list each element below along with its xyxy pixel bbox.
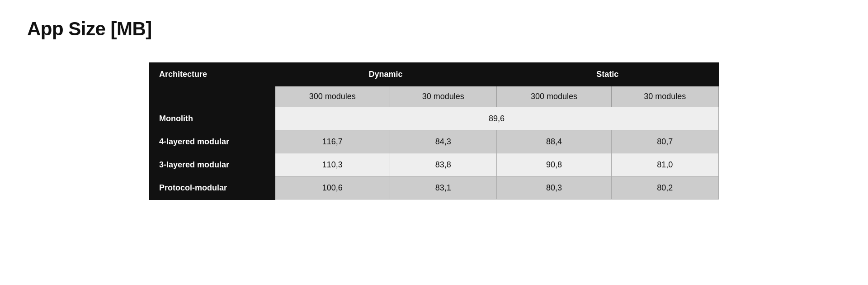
sub-dynamic-300: 300 modules bbox=[275, 86, 390, 107]
row-label-4layered: 4-layered modular bbox=[150, 130, 275, 153]
row-4layered-v2: 84,3 bbox=[390, 130, 496, 153]
row-4layered-v3: 88,4 bbox=[496, 130, 611, 153]
col-static-header: Static bbox=[496, 63, 718, 86]
row-4layered-v4: 80,7 bbox=[612, 130, 719, 153]
row-protocol-v1: 100,6 bbox=[275, 176, 390, 200]
row-label-protocol: Protocol-modular bbox=[150, 176, 275, 200]
page-title: App Size [MB] bbox=[27, 18, 841, 40]
table-row: 3-layered modular 110,3 83,8 90,8 81,0 bbox=[150, 153, 718, 176]
table-row: 4-layered modular 116,7 84,3 88,4 80,7 bbox=[150, 130, 718, 153]
table-container: Architecture Dynamic Static 300 modules … bbox=[149, 62, 719, 200]
row-protocol-v2: 83,1 bbox=[390, 176, 496, 200]
row-label-3layered: 3-layered modular bbox=[150, 153, 275, 176]
app-size-table: Architecture Dynamic Static 300 modules … bbox=[149, 62, 719, 200]
sub-static-300: 300 modules bbox=[496, 86, 611, 107]
table-row: Protocol-modular 100,6 83,1 80,3 80,2 bbox=[150, 176, 718, 200]
table-row: Monolith 89,6 bbox=[150, 107, 718, 130]
row-protocol-v3: 80,3 bbox=[496, 176, 611, 200]
row-4layered-v1: 116,7 bbox=[275, 130, 390, 153]
row-3layered-v1: 110,3 bbox=[275, 153, 390, 176]
row-label-monolith: Monolith bbox=[150, 107, 275, 130]
header-row-main: Architecture Dynamic Static bbox=[150, 63, 718, 86]
row-3layered-v4: 81,0 bbox=[612, 153, 719, 176]
sub-static-30: 30 modules bbox=[612, 86, 719, 107]
row-3layered-v3: 90,8 bbox=[496, 153, 611, 176]
col-dynamic-header: Dynamic bbox=[275, 63, 497, 86]
sub-dynamic-30: 30 modules bbox=[390, 86, 496, 107]
header-row-sub: 300 modules 30 modules 300 modules 30 mo… bbox=[150, 86, 718, 107]
col-architecture-header: Architecture bbox=[150, 63, 275, 86]
row-3layered-v2: 83,8 bbox=[390, 153, 496, 176]
row-monolith-value: 89,6 bbox=[275, 107, 718, 130]
sub-arch-cell bbox=[150, 86, 275, 107]
row-protocol-v4: 80,2 bbox=[612, 176, 719, 200]
